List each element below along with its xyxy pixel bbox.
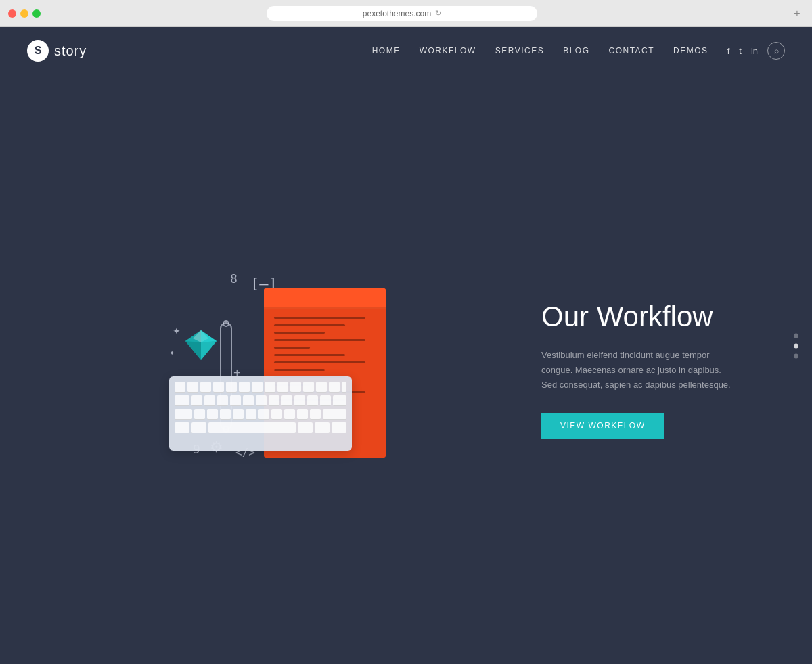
code-line bbox=[274, 369, 325, 371]
section-title: Our Workflow bbox=[541, 300, 713, 334]
twitter-icon[interactable]: t bbox=[739, 46, 742, 56]
code-line bbox=[274, 324, 345, 326]
logo-text: story bbox=[54, 43, 87, 59]
key bbox=[269, 395, 279, 406]
linkedin-icon[interactable]: in bbox=[751, 46, 758, 56]
refresh-icon[interactable]: ↻ bbox=[435, 9, 441, 18]
key bbox=[333, 395, 346, 406]
minimize-button[interactable] bbox=[20, 9, 28, 18]
key bbox=[284, 409, 295, 420]
key bbox=[307, 395, 318, 406]
key bbox=[191, 395, 202, 406]
url-text: pexetothemes.com bbox=[363, 9, 431, 18]
sparkle-icon-1: ✦ bbox=[173, 326, 181, 336]
key bbox=[194, 409, 205, 420]
cta-button[interactable]: VIEW WORKFLOW bbox=[541, 413, 664, 439]
search-icon: ⌕ bbox=[774, 46, 779, 56]
code-line bbox=[274, 354, 345, 356]
key bbox=[233, 409, 244, 420]
key bbox=[258, 409, 269, 420]
social-icons: f t in ⌕ bbox=[727, 42, 785, 60]
key bbox=[277, 382, 288, 393]
key bbox=[290, 382, 301, 393]
key bbox=[316, 382, 327, 393]
key bbox=[329, 382, 340, 393]
key bbox=[200, 382, 211, 393]
illustration: 8 [—] ✦ ✦ bbox=[156, 268, 386, 471]
nav-demos[interactable]: DEMOS bbox=[673, 46, 708, 56]
nav-home[interactable]: HOME bbox=[372, 46, 401, 56]
key bbox=[297, 409, 308, 420]
key bbox=[220, 409, 231, 420]
side-dot-1[interactable] bbox=[794, 333, 798, 338]
key bbox=[175, 422, 189, 433]
logo-icon: S bbox=[27, 40, 49, 62]
section-description: Vestibulum eleifend tincidunt augue temp… bbox=[541, 348, 731, 393]
key bbox=[265, 382, 275, 393]
nav-services[interactable]: SERVICES bbox=[495, 46, 544, 56]
key bbox=[320, 395, 331, 406]
nav-workflow[interactable]: WORKFLOW bbox=[420, 46, 476, 56]
number-8: 8 bbox=[230, 271, 238, 286]
search-button[interactable]: ⌕ bbox=[767, 42, 785, 60]
code-panel-header bbox=[264, 288, 386, 309]
gem-icon bbox=[183, 329, 220, 364]
url-bar[interactable]: pexetothemes.com ↻ bbox=[267, 6, 537, 21]
nav-blog[interactable]: BLOG bbox=[563, 46, 589, 56]
content-left: 8 [—] ✦ ✦ bbox=[41, 268, 501, 471]
key bbox=[298, 422, 313, 433]
traffic-lights bbox=[8, 9, 41, 18]
keyboard-row bbox=[175, 382, 346, 393]
navigation: S story HOME WORKFLOW SERVICES BLOG CONT… bbox=[0, 27, 812, 74]
key bbox=[191, 422, 206, 433]
key bbox=[239, 382, 250, 393]
key bbox=[271, 409, 282, 420]
code-line bbox=[274, 347, 310, 349]
svg-marker-4 bbox=[201, 341, 217, 360]
key bbox=[342, 382, 346, 393]
key bbox=[315, 422, 330, 433]
key bbox=[217, 395, 228, 406]
content-right: Our Workflow Vestibulum eleifend tincidu… bbox=[501, 300, 771, 439]
code-line bbox=[274, 317, 365, 319]
key bbox=[204, 395, 215, 406]
url-bar-wrapper: pexetothemes.com ↻ bbox=[46, 6, 785, 21]
key bbox=[303, 382, 314, 393]
facebook-icon[interactable]: f bbox=[727, 46, 730, 56]
nav-contact[interactable]: CONTACT bbox=[609, 46, 655, 56]
browser-chrome: pexetothemes.com ↻ + bbox=[0, 0, 812, 27]
code-line bbox=[274, 332, 325, 334]
key bbox=[246, 409, 256, 420]
svg-marker-3 bbox=[185, 341, 201, 360]
keyboard-row bbox=[175, 422, 346, 433]
pin-circle-top bbox=[223, 320, 229, 327]
code-line bbox=[274, 339, 365, 341]
key bbox=[175, 409, 192, 420]
key bbox=[256, 395, 267, 406]
key bbox=[213, 382, 224, 393]
key bbox=[281, 395, 292, 406]
logo[interactable]: S story bbox=[27, 40, 87, 62]
keyboard-rows bbox=[175, 382, 346, 433]
nav-links: HOME WORKFLOW SERVICES BLOG CONTACT DEMO… bbox=[372, 42, 785, 60]
key bbox=[294, 395, 305, 406]
code-line bbox=[274, 361, 365, 363]
spacebar-key bbox=[208, 422, 296, 433]
key bbox=[332, 422, 346, 433]
side-dot-2[interactable] bbox=[794, 343, 798, 348]
close-button[interactable] bbox=[8, 9, 16, 18]
side-dot-3[interactable] bbox=[794, 353, 798, 358]
new-tab-button[interactable]: + bbox=[790, 7, 804, 20]
keyboard-row bbox=[175, 395, 346, 406]
main-content: 8 [—] ✦ ✦ bbox=[0, 74, 812, 664]
maximize-button[interactable] bbox=[32, 9, 41, 18]
key bbox=[310, 409, 321, 420]
key bbox=[252, 382, 263, 393]
key bbox=[207, 409, 218, 420]
key bbox=[226, 382, 237, 393]
key bbox=[243, 395, 254, 406]
sparkle-icon-2: ✦ bbox=[169, 349, 175, 357]
key bbox=[323, 409, 346, 420]
side-navigation bbox=[794, 333, 798, 358]
keyboard-row bbox=[175, 409, 346, 420]
